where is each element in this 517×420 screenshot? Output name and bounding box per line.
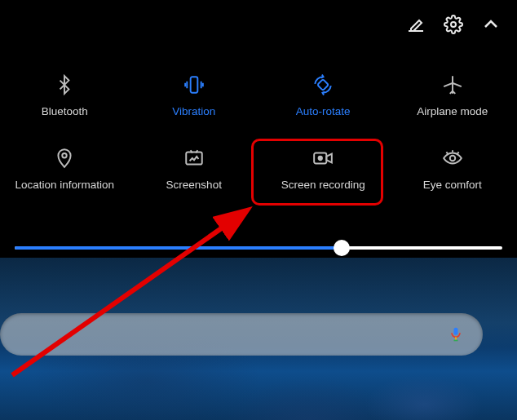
tile-label: Airplane mode	[417, 105, 488, 117]
svg-rect-4	[186, 152, 202, 164]
tile-label: Eye comfort	[423, 179, 482, 191]
collapse-icon[interactable]	[481, 15, 501, 34]
svg-rect-1	[190, 77, 197, 93]
tile-bluetooth[interactable]: Bluetooth	[0, 59, 130, 132]
location-icon	[54, 148, 75, 169]
slider-track	[15, 246, 502, 250]
tile-screenshot[interactable]: Screenshot	[130, 132, 259, 206]
slider-thumb[interactable]	[334, 240, 350, 256]
settings-icon[interactable]	[444, 15, 463, 34]
screenshot-icon	[183, 148, 205, 169]
tile-label: Vibration	[172, 105, 215, 117]
edit-icon[interactable]	[406, 15, 426, 34]
tile-label: Bluetooth	[42, 105, 88, 117]
tile-label: Screenshot	[166, 179, 222, 191]
svg-point-3	[63, 153, 67, 157]
tile-vibration[interactable]: Vibration	[130, 59, 259, 132]
vibration-icon	[183, 74, 205, 95]
bluetooth-icon	[54, 74, 75, 95]
eyecomfort-icon	[442, 148, 463, 169]
svg-rect-2	[317, 79, 329, 91]
quicksettings-topbar	[0, 0, 517, 49]
tile-autorotate[interactable]: Auto-rotate	[258, 59, 388, 132]
tile-label: Screen recording	[281, 179, 365, 191]
tile-screenrecording[interactable]: Screen recording	[258, 132, 388, 206]
tile-eyecomfort[interactable]: Eye comfort	[388, 132, 518, 206]
slider-fill	[15, 246, 342, 250]
tile-airplane[interactable]: Airplane mode	[388, 59, 518, 132]
autorotate-icon	[312, 74, 334, 95]
airplane-icon	[442, 74, 463, 95]
tile-location[interactable]: Location information	[0, 132, 130, 206]
svg-point-6	[319, 156, 322, 159]
svg-point-7	[450, 155, 456, 161]
microphone-icon[interactable]	[447, 325, 465, 343]
screenrecording-icon	[312, 148, 334, 169]
tile-label: Location information	[15, 179, 114, 191]
svg-point-0	[451, 22, 456, 27]
tile-label: Auto-rotate	[296, 105, 351, 117]
quicksettings-grid: Bluetooth Vibration Auto-rotate Airplane	[0, 49, 517, 220]
search-bar[interactable]	[0, 313, 483, 356]
